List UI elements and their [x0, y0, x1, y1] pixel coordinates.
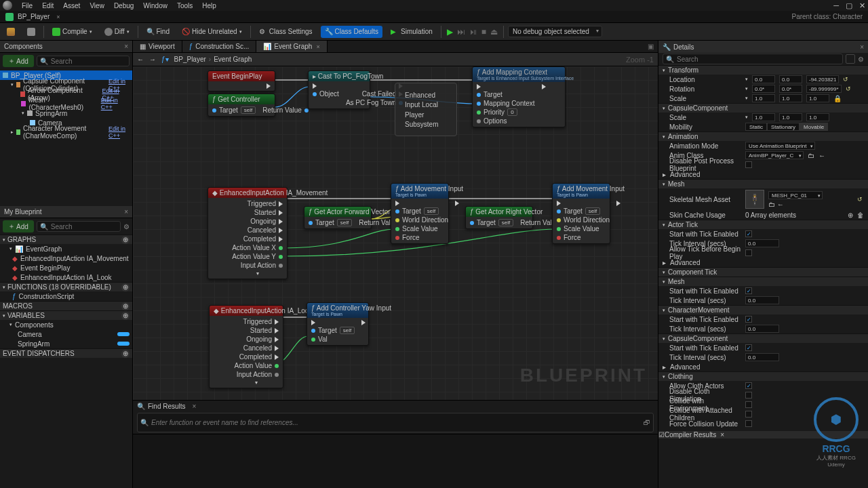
breadcrumb[interactable]: BP_Player›Event Graph	[174, 56, 252, 63]
details-search[interactable]: 🔍	[663, 54, 843, 64]
node-getforward[interactable]: ƒ Get Actor Forward Vector Target self R…	[304, 206, 372, 229]
menu-file[interactable]: File	[22, 2, 33, 9]
use-icon[interactable]: ←	[818, 152, 825, 159]
section-mesh[interactable]: ▾Mesh	[658, 179, 868, 188]
window-close-icon[interactable]: ✕	[859, 1, 865, 10]
mobility-radio[interactable]: StaticStationaryMovable	[745, 123, 828, 131]
reset-icon[interactable]: ↺	[843, 76, 850, 83]
myblueprint-search[interactable]: 🔍	[37, 221, 121, 232]
tickinterval-field[interactable]: 0.0	[745, 353, 779, 361]
category-variables[interactable]: ▾VARIABLES⊕	[0, 310, 132, 320]
tab-eventgraph[interactable]: 📊Event Graph×	[256, 41, 327, 52]
var-group[interactable]: ▾Components	[0, 320, 132, 329]
clear-array-icon[interactable]: 🗑	[857, 211, 864, 219]
nav-fwd-icon[interactable]: →	[149, 56, 156, 63]
node-addmappingcontext[interactable]: ƒ Add Mapping ContextTarget is Enhanced …	[472, 66, 566, 127]
category-macros[interactable]: MACROS⊕	[0, 301, 132, 310]
mesh-thumbnail[interactable]: 🕴	[745, 190, 764, 209]
node-eia-movement[interactable]: ◆ EnhancedInputAction IA_Movement Trigge…	[208, 187, 288, 279]
hide-unrelated-button[interactable]: 🚫Hide Unrelated▾	[178, 26, 246, 38]
tab-viewport[interactable]: ▦Viewport	[133, 41, 182, 52]
panel-close-icon[interactable]: ×	[860, 43, 864, 51]
tickinterval-field[interactable]: 0.0	[745, 239, 779, 247]
node-eia-look[interactable]: ◆ EnhancedInputAction IA_Look Triggered …	[209, 305, 283, 388]
play-button[interactable]: ▶	[446, 26, 454, 38]
checkbox[interactable]	[745, 411, 752, 418]
window-maximize-icon[interactable]: ▢	[846, 1, 852, 10]
graph-item[interactable]: ◆Event BeginPlay	[0, 263, 132, 272]
maximize-tab-icon[interactable]: ▣	[648, 43, 654, 50]
section-capsule[interactable]: ▾CapsuleComponent	[658, 103, 868, 113]
myblueprint-search-input[interactable]	[51, 223, 117, 230]
checkbox[interactable]: ✓	[745, 230, 752, 237]
nav-back-icon[interactable]: ←	[137, 56, 144, 63]
node-getright[interactable]: ƒ Get Actor Right Vector Target self Ret…	[465, 206, 533, 229]
row-advanced[interactable]: ▸Advanced	[658, 258, 868, 267]
category-graphs[interactable]: ▾GRAPHS⊕	[0, 235, 132, 244]
section-clothing[interactable]: ▾Clothing	[658, 371, 868, 381]
event-graph-canvas[interactable]: Event BeginPlay ƒ Get Controller Target …	[133, 66, 658, 400]
add-graph-icon[interactable]: ⊕	[121, 236, 130, 244]
checkbox[interactable]	[745, 401, 752, 408]
checkbox[interactable]: ✓	[745, 382, 752, 389]
class-settings-button[interactable]: ⚙Class Settings	[255, 26, 317, 38]
panel-close-icon[interactable]: ×	[720, 431, 724, 439]
simulation-button[interactable]: ▶Simulation	[387, 26, 437, 38]
checkbox[interactable]: ✓	[745, 316, 752, 323]
add-macro-icon[interactable]: ⊕	[121, 302, 130, 310]
find-button[interactable]: 🔍Find	[142, 26, 174, 38]
section-mesh2[interactable]: ▾Mesh	[658, 277, 868, 286]
gear-icon[interactable]: ⚙	[123, 223, 130, 230]
menu-debug[interactable]: Debug	[114, 2, 134, 9]
node-subsystem[interactable]: Enhanced Input Local Player Subsystem	[395, 83, 457, 136]
graph-item[interactable]: ◆EnhancedInputAction IA_Movement	[0, 253, 132, 263]
node-beginplay[interactable]: Event BeginPlay	[208, 70, 275, 92]
menu-asset[interactable]: Asset	[63, 2, 80, 9]
browse-icon[interactable]: 🗀	[768, 201, 775, 208]
edit-cpp-link[interactable]: Edit in C++	[101, 97, 130, 110]
skelmesh-dropdown[interactable]: MESH_PC_01	[768, 191, 823, 199]
section-componenttick[interactable]: ▾Component Tick	[658, 267, 868, 277]
diff-button[interactable]: Diff▾	[100, 26, 134, 38]
node-cast[interactable]: ▸ Cast To PC_FogTown Object Cast FailedA…	[308, 70, 370, 109]
add-myblueprint-button[interactable]: ＋Add	[3, 220, 34, 232]
compile-button[interactable]: Compile▾	[48, 26, 96, 38]
browse-button[interactable]	[23, 26, 39, 38]
section-transform[interactable]: ▾Transform	[658, 65, 868, 75]
pause-step-button[interactable]: ⏭	[456, 26, 467, 38]
rotation-y[interactable]: 0.0*	[779, 85, 802, 93]
menu-view[interactable]: View	[90, 2, 104, 9]
graph-item[interactable]: ◆EnhancedInputAction IA_Look	[0, 272, 132, 282]
stop-button[interactable]: ■	[480, 26, 488, 38]
reset-icon[interactable]: ↺	[846, 85, 852, 92]
category-functions[interactable]: ▾FUNCTIONS (18 OVERRIDABLE)⊕	[0, 282, 132, 291]
location-x[interactable]: 0.0	[752, 75, 775, 83]
panel-close-icon[interactable]: ×	[124, 43, 128, 50]
lock-icon[interactable]: 🔒	[833, 95, 842, 102]
scale-y[interactable]: 1.0	[779, 94, 802, 102]
details-search-input[interactable]	[677, 56, 840, 63]
menu-tools[interactable]: Tools	[177, 2, 193, 9]
find-search-field[interactable]: 🔍🗗	[137, 413, 654, 432]
row-advanced[interactable]: ▸Advanced	[658, 362, 868, 371]
asset-tab-title[interactable]: BP_Player	[18, 13, 50, 20]
graph-item[interactable]: ▾📊EventGraph	[0, 244, 132, 253]
tab-construction[interactable]: ƒConstruction Sc...	[182, 41, 256, 52]
save-button[interactable]	[3, 26, 19, 38]
menu-edit[interactable]: Edit	[42, 2, 54, 9]
checkbox[interactable]	[745, 161, 752, 168]
component-row-mesh[interactable]: Mesh (CharacterMesh0)Edit in C++	[0, 99, 132, 108]
components-search[interactable]: 🔍	[37, 56, 130, 66]
breadcrumb-root-icon[interactable]: ƒ▾	[161, 56, 169, 63]
add-array-icon[interactable]: ⊕	[848, 211, 853, 219]
tab-close-icon[interactable]: ×	[316, 43, 319, 50]
row-advanced[interactable]: ▸Advanced	[658, 169, 868, 179]
function-item[interactable]: ƒConstructionScript	[0, 291, 132, 301]
menu-window[interactable]: Window	[143, 2, 167, 9]
reset-icon[interactable]: ↺	[857, 196, 864, 203]
location-y[interactable]: 0.0	[779, 75, 802, 83]
components-search-input[interactable]	[51, 58, 126, 65]
section-charmovement[interactable]: ▾CharacterMovement	[658, 305, 868, 314]
animclass-dropdown[interactable]: AnimBP_Player_C	[745, 151, 804, 159]
edit-cpp-link[interactable]: Edit in C++	[108, 125, 130, 139]
